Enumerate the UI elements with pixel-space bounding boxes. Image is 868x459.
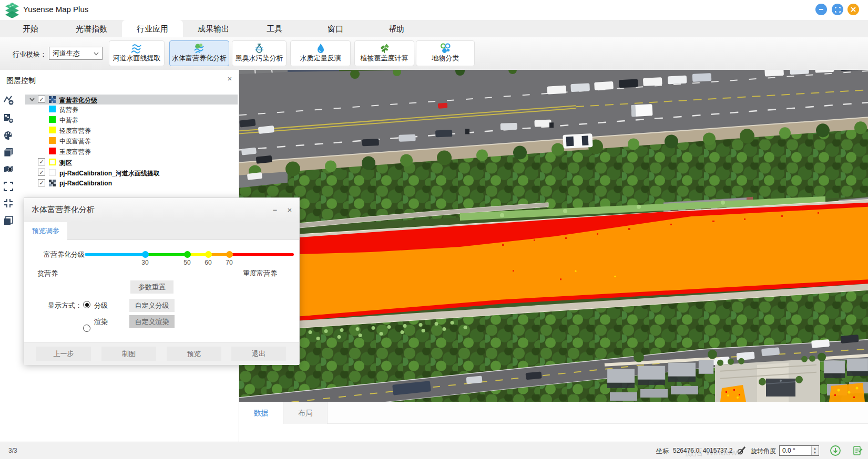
make-map-button[interactable]: 制图 [101,347,156,361]
rotate-angle-input[interactable]: 0.0 ° ▲ ▼ [779,445,819,456]
toolbar-button-label: 水体富营养化分析 [172,54,227,63]
radio-grade-label: 分级 [94,301,108,310]
preview-button[interactable]: 预览 [167,347,221,361]
raster-layer-icon [49,180,56,186]
toolbar-button-black-odor[interactable]: 黑臭水污染分析 [232,40,287,66]
display-mode-label: 显示方式： [48,301,82,310]
layer-group-label: 富营养化分级 [59,96,97,105]
rotate-angle-label: 旋转角度 [751,447,776,456]
dialog-minimize-icon[interactable]: − [269,204,281,216]
toolbar-button-river-waterline[interactable]: 河道水面线提取 [109,40,165,66]
toolbar-button-eutrophication[interactable]: 水体富营养化分析 [169,40,229,66]
close-button[interactable] [847,4,859,15]
menu-item-spectral-index[interactable]: 光谱指数 [61,20,122,37]
custom-grade-button[interactable]: 自定义分级 [129,299,175,312]
slider-tick: 60 [199,259,217,266]
menu-item-window[interactable]: 窗口 [305,20,366,37]
add-raster-layer-icon[interactable] [3,113,14,123]
dialog-title: 水体富营养化分析 [32,205,95,215]
layer-checkbox[interactable] [38,169,45,176]
layer-color-swatch [49,159,56,165]
layer-checkbox[interactable] [38,179,45,186]
title-bar: Yusense Map Plus [0,0,868,20]
reset-parameters-button[interactable]: 参数重置 [130,280,173,294]
download-status-icon[interactable] [830,445,841,456]
add-vector-layer-icon[interactable] [3,95,14,105]
expander-chevron-icon[interactable] [29,98,35,101]
layers-stack-icon[interactable] [3,147,14,158]
layer-label: pj-RadCalibration [59,180,112,187]
toolbar-button-water-quality[interactable]: 水质定量反演 [290,40,351,66]
rotate-angle-value: 0.0 ° [782,447,795,454]
layer-panel-close-icon[interactable]: × [225,74,234,84]
slider-segment-severe [229,253,294,256]
map-viewport[interactable] [239,70,868,402]
slider-handle-70[interactable] [226,251,233,258]
legend-label: 重度富营养 [59,148,91,157]
slider-segment-oligotrophic [85,253,145,256]
log-report-icon[interactable] [852,445,863,456]
menu-item-result-output[interactable]: 成果输出 [183,20,244,37]
close-icon [851,7,856,12]
menu-bar: 开始 光谱指数 行业应用 成果输出 工具 窗口 帮助 [0,20,868,38]
exit-button[interactable]: 退出 [231,347,286,361]
radio-grade[interactable] [83,301,90,308]
spinner-up-icon[interactable]: ▲ [811,446,818,451]
zoom-extent-icon[interactable] [3,181,14,192]
eutrophication-icon [193,43,206,54]
radio-render-label: 渲染 [94,317,108,327]
toolbar-button-classification[interactable]: 地物分类 [416,40,475,66]
collapse-view-icon[interactable] [3,198,14,208]
spinner-down-icon[interactable]: ▼ [811,451,818,455]
ribbon-toolbar: 行业模块： 河道生态 河道水面线提取 水体富营养化分析 黑臭水污染分析 [0,37,868,70]
radio-render[interactable] [83,325,90,332]
slider-handle-50[interactable] [184,251,191,258]
toolbar-button-label: 植被覆盖度计算 [361,54,409,63]
layer-label: 测区 [59,159,72,168]
tab-layout-view[interactable]: 布局 [283,402,328,424]
toolbar-button-label: 河道水面线提取 [113,54,161,63]
toolbar-button-label: 水质定量反演 [300,54,341,63]
minimize-button[interactable] [815,4,827,15]
slider-min-label: 贫营养 [37,269,58,278]
maximize-icon [835,7,841,13]
toolbar-button-label: 地物分类 [432,54,459,63]
custom-render-button[interactable]: 自定义渲染 [129,315,175,328]
slider-handle-60[interactable] [205,251,212,258]
slider-segment-mesotrophic [145,253,187,256]
map-pin-icon[interactable] [3,164,14,174]
app-title: Yusense Map Plus [23,5,88,14]
toolbar-button-vegetation[interactable]: 植被覆盖度计算 [354,40,414,66]
black-odor-water-icon [253,43,265,54]
toolbar-button-label: 黑臭水污染分析 [236,54,283,63]
layer-label: pj-RadCalibration_河道水面线提取 [59,169,160,178]
coordinate-label: 坐标 [656,447,669,456]
landcover-classification-icon [440,43,451,54]
legend-color-swatch [49,116,56,123]
app-logo-icon [4,2,20,18]
palette-icon[interactable] [3,130,14,141]
previous-step-button[interactable]: 上一步 [36,347,91,361]
legend-label: 中营养 [59,116,78,125]
menu-item-help[interactable]: 帮助 [366,20,427,37]
dialog-title-bar[interactable]: 水体富营养化分析 − × [24,198,299,222]
module-select[interactable]: 河道生态 [49,47,103,60]
layer-checkbox[interactable] [38,158,45,165]
menu-item-tools[interactable]: 工具 [244,20,305,37]
slider-handle-30[interactable] [142,251,149,258]
eutrophication-analysis-dialog: 水体富营养化分析 − × 预览调参 富营养化分级 30 50 60 70 贫营养… [24,197,300,364]
tab-preview-tuning[interactable]: 预览调参 [24,222,67,240]
menu-item-industry-application[interactable]: 行业应用 [122,20,183,37]
layer-checkbox[interactable] [38,96,45,103]
maximize-button[interactable] [832,4,843,15]
legend-label: 中度富营养 [59,137,91,146]
legend-label: 贫营养 [59,106,78,114]
dialog-close-icon[interactable]: × [283,204,296,216]
duplicate-window-icon[interactable] [3,215,14,226]
menu-item-start[interactable]: 开始 [0,20,61,37]
legend-label: 轻度富营养 [59,127,91,135]
layer-row-eutrophication-group[interactable]: 富营养化分级 [25,95,238,105]
slider-label: 富营养化分级 [44,250,85,259]
tab-data-view[interactable]: 数据 [239,402,283,424]
river-waterline-icon [130,43,143,54]
